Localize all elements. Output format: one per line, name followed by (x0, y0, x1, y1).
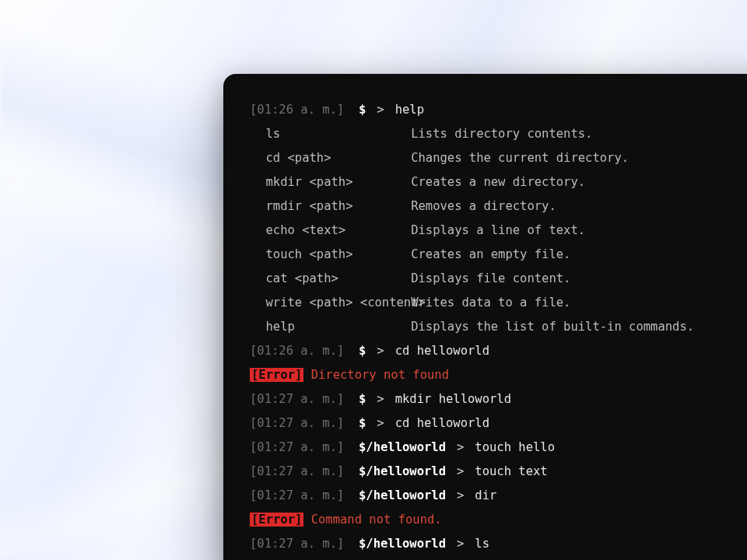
timestamp: [01:27 a. m.] (250, 416, 344, 430)
help-command: rmdir <path> (266, 197, 412, 215)
prompt-path: $/helloworld (359, 464, 446, 478)
error-message: Directory not found (311, 368, 449, 382)
terminal-line: [01:26 a. m.] $ > help (250, 100, 747, 119)
timestamp: [01:27 a. m.] (250, 440, 344, 454)
command-text: touch text (475, 464, 547, 478)
command-text: cd helloworld (395, 344, 489, 358)
prompt-chevron-icon: > (377, 416, 384, 430)
prompt-path: $/helloworld (359, 537, 446, 551)
prompt-chevron-icon: > (377, 344, 384, 358)
terminal-line: helpDisplays the list of built-in comman… (250, 317, 747, 336)
help-description: Displays a line of text. (411, 223, 585, 237)
prompt-path: $ (359, 392, 366, 406)
command-text: help (395, 103, 424, 117)
prompt-chevron-icon: > (457, 537, 464, 551)
help-command: cd <path> (266, 149, 412, 167)
terminal-line: touch <path>Creates an empty file. (250, 245, 747, 264)
command-text: touch hello (475, 440, 555, 454)
terminal-line: [01:26 a. m.] $ > cd helloworld (250, 341, 747, 360)
terminal-line: cat <path>Displays file content. (250, 269, 747, 288)
terminal-line: [Error] Command not found. (250, 510, 747, 529)
prompt-chevron-icon: > (457, 464, 464, 478)
terminal-line: [01:27 a. m.] $/helloworld > dir (250, 486, 747, 505)
help-description: Displays file content. (411, 271, 570, 285)
help-description: Writes data to a file. (411, 296, 570, 310)
command-text: dir (475, 488, 496, 502)
help-description: Creates a new directory. (411, 175, 585, 189)
prompt-chevron-icon: > (457, 488, 464, 502)
terminal-line: [01:27 a. m.] $/helloworld > touch hello (250, 438, 747, 457)
terminal-line: cd <path>Changes the current directory. (250, 149, 747, 167)
terminal-line: [01:27 a. m.] $ > cd helloworld (250, 414, 747, 432)
terminal-line: lsLists directory contents. (250, 124, 747, 143)
timestamp: [01:27 a. m.] (250, 488, 344, 502)
help-command: cat <path> (266, 269, 412, 288)
terminal-line: [Error] Directory not found (250, 366, 747, 384)
terminal-line: [01:27 a. m.] $/helloworld > ls (250, 534, 747, 553)
terminal-line: write <path> <content>Writes data to a f… (250, 293, 747, 312)
timestamp: [01:27 a. m.] (250, 392, 344, 406)
help-description: Creates an empty file. (411, 247, 570, 261)
error-tag: [Error] (250, 513, 303, 527)
help-command: ls (266, 124, 412, 143)
command-text: mkdir helloworld (395, 392, 511, 406)
timestamp: [01:27 a. m.] (250, 537, 344, 551)
help-description: Changes the current directory. (411, 151, 629, 165)
terminal-line: rmdir <path>Removes a directory. (250, 197, 747, 215)
help-command: write <path> <content> (266, 293, 412, 312)
prompt-chevron-icon: > (377, 103, 384, 117)
timestamp: [01:26 a. m.] (250, 344, 344, 358)
timestamp: [01:26 a. m.] (250, 103, 344, 117)
terminal-line: mkdir <path>Creates a new directory. (250, 173, 747, 191)
command-text: ls (475, 537, 489, 551)
help-command: touch <path> (266, 245, 412, 264)
terminal-line: [01:27 a. m.] $/helloworld > touch text (250, 462, 747, 481)
help-command: mkdir <path> (266, 173, 412, 191)
help-description: Lists directory contents. (411, 127, 592, 141)
error-tag: [Error] (250, 368, 303, 382)
prompt-path: $ (359, 416, 366, 430)
prompt-chevron-icon: > (377, 392, 384, 406)
prompt-path: $/helloworld (359, 440, 446, 454)
prompt-path: $ (359, 103, 366, 117)
prompt-chevron-icon: > (457, 440, 464, 454)
terminal-window[interactable]: [01:26 a. m.] $ > helplsLists directory … (223, 74, 747, 560)
help-description: Removes a directory. (411, 199, 556, 213)
error-message: Command not found. (311, 513, 442, 527)
timestamp: [01:27 a. m.] (250, 464, 344, 478)
prompt-path: $ (359, 344, 366, 358)
help-description: Displays the list of built-in commands. (411, 320, 694, 334)
terminal-line: echo <text>Displays a line of text. (250, 221, 747, 240)
command-text: cd helloworld (395, 416, 489, 430)
terminal-line: [01:27 a. m.] $ > mkdir helloworld (250, 390, 747, 408)
prompt-path: $/helloworld (359, 488, 446, 502)
help-command: echo <text> (266, 221, 412, 240)
help-command: help (266, 317, 412, 336)
